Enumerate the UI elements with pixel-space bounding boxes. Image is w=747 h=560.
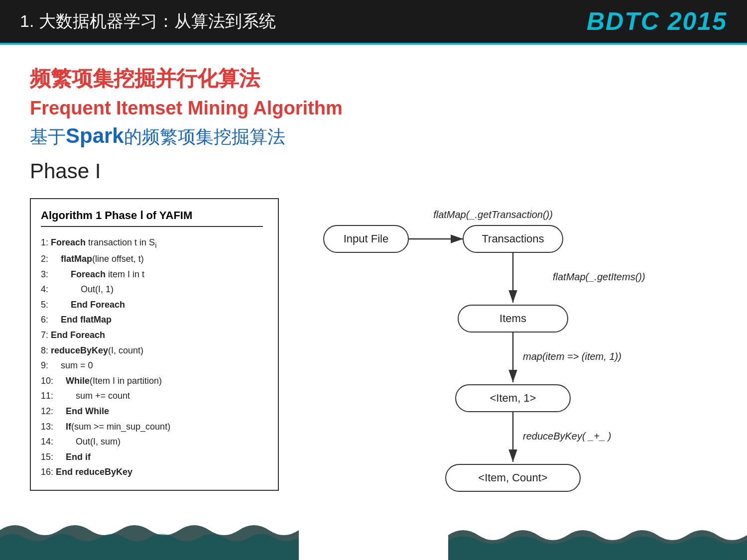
algo-line: 2: flatMap(line offset, t) [41,251,263,267]
algo-line: 15: End if [41,449,263,465]
algo-line: 12: End While [41,404,263,419]
algo-line: 5: End Foreach [41,297,263,313]
algo-line: 4: Out(I, 1) [41,282,263,297]
algo-line: 8: reduceByKey(I, count) [41,343,263,358]
slide-header: 1. 大数据机器学习：从算法到系统 BDTC 2015 [0,0,747,45]
algo-line: 1: Foreach transaction t in Si [41,235,263,251]
algo-line: 9: sum = 0 [41,358,263,373]
algo-line: 6: End flatMap [41,312,263,328]
algo-title: Algorithm 1 Phase Ⅰ of YAFIM [41,209,263,227]
node-transactions-label: Transactions [482,232,544,245]
footer-decoration [0,510,747,560]
header-title: 1. 大数据机器学习：从算法到系统 [20,10,276,33]
node-input-label: Input File [344,232,389,245]
title-spark-prefix: 基于 [30,126,66,147]
reduce-label: reduceByKey( _+_ ) [523,431,611,442]
content-area: Algorithm 1 Phase Ⅰ of YAFIM 1: Foreach … [30,198,717,507]
title-spark: 基于Spark的频繁项集挖掘算法 [30,124,717,149]
algo-line: 10: While(Item I in partition) [41,373,263,389]
algo-line: 16: End reduceByKey [41,464,263,480]
flow-diagram: flatMap(_.getTransaction()) Input File T… [309,198,717,507]
map-label: map(item => (item, 1)) [523,351,622,362]
algo-line: 3: Foreach item I in t [41,267,263,282]
node-items-label: Items [499,312,526,325]
header-brand: BDTC 2015 [587,7,727,36]
title-spark-word: Spark [66,124,124,147]
title-spark-suffix: 的频繁项集挖掘算法 [124,126,285,147]
algo-line: 11: sum += count [41,388,263,404]
phase-label: Phase I [30,159,717,183]
main-content: 频繁项集挖掘并行化算法 Frequent Itemset Mining Algo… [0,45,747,507]
flatmap-items-label: flatMap(_.getItems()) [553,271,645,282]
flatmap-transaction-label: flatMap(_.getTransaction()) [433,209,553,220]
algo-line: 13: If(sum >= min_sup_count) [41,419,263,435]
algorithm-box: Algorithm 1 Phase Ⅰ of YAFIM 1: Foreach … [30,198,279,491]
title-chinese: 频繁项集挖掘并行化算法 [30,65,717,93]
algo-line: 14: Out(I, sum) [41,434,263,449]
algo-lines: 1: Foreach transaction t in Si2: flatMap… [41,235,263,480]
title-english: Frequent Itemset Mining Algorithm [30,98,717,119]
node-count-label: <Item, Count> [478,471,547,484]
algo-line: 7: End Foreach [41,328,263,343]
node-item1-label: <Item, 1> [490,392,536,404]
diagram-svg: flatMap(_.getTransaction()) Input File T… [309,198,647,507]
